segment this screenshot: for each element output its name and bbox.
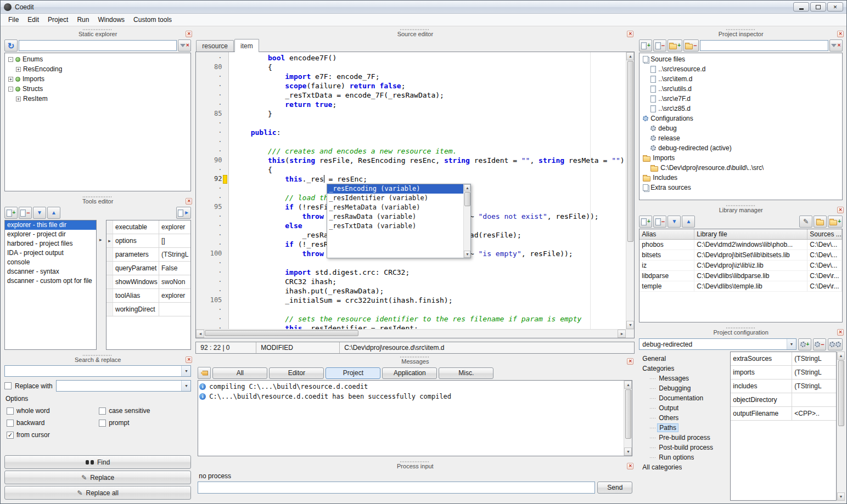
category-item-documentation[interactable]: Documentation (640, 393, 730, 403)
scrollbar-thumb[interactable] (627, 61, 633, 242)
prop-value[interactable]: (TStringL (792, 366, 836, 379)
unchecked-checkbox[interactable] (7, 407, 14, 415)
project-item-debug-redirected-active[interactable]: debug-redirected (active) (641, 143, 841, 153)
remove-tool-button[interactable]: − (19, 207, 32, 219)
project-item-src-e7f-d[interactable]: ..\src\e7F.d (641, 94, 841, 104)
prop-value[interactable] (792, 393, 836, 406)
prop-value[interactable]: explorer (159, 289, 190, 302)
open-library-file-button[interactable] (814, 216, 827, 228)
completion-item-resmetadata-variable[interactable]: _resMetaData (variable) (327, 203, 463, 212)
completion-item-restxtdata-variable[interactable]: _resTxtData (variable) (327, 222, 463, 231)
column-header-alias[interactable]: Alias (640, 229, 694, 239)
tool-item-ida-project-output[interactable]: IDA - project output (5, 248, 96, 258)
column-header-library-file[interactable]: Library file (694, 229, 807, 239)
category-item-others[interactable]: Others (640, 413, 730, 423)
editor-vertical-scrollbar[interactable]: ▲ ▼ (626, 52, 634, 329)
config-prop-row[interactable]: outputFilename<CPP>.. (731, 407, 836, 421)
project-item-imports[interactable]: Imports (641, 153, 841, 163)
prop-value[interactable]: False (159, 262, 190, 275)
expand-icon[interactable]: + (8, 77, 13, 82)
prop-value[interactable]: (TStringL (159, 248, 190, 261)
project-item-extra-sources[interactable]: Extra sources (641, 183, 841, 192)
configuration-scrollbar[interactable]: ▲ ▼ (837, 352, 845, 501)
replace-with-checkbox[interactable] (4, 382, 12, 389)
library-row-bitsets[interactable]: bitsetsC:\Dev\dproj\bitSet\lib\bitsets.l… (640, 250, 842, 261)
chevron-down-icon[interactable]: ▼ (181, 366, 190, 376)
filter-button[interactable]: ✕ (829, 39, 843, 52)
category-item-categories[interactable]: Categories (640, 364, 730, 373)
tab-item[interactable]: item (234, 39, 259, 52)
unchecked-checkbox[interactable] (7, 420, 14, 427)
menu-edit[interactable]: Edit (23, 14, 43, 25)
filter-all-button[interactable]: All (212, 367, 267, 379)
add-source-button[interactable]: + (639, 39, 652, 52)
tool-item-explorer-project-dir[interactable]: explorer - project dir (5, 230, 96, 239)
remove-configuration-button[interactable]: − (813, 338, 826, 350)
find-button[interactable]: Find (4, 455, 191, 469)
refresh-button[interactable]: ↻ (4, 39, 18, 52)
column-header-sources[interactable]: Sources ... (807, 229, 842, 239)
add-library-button[interactable]: + (639, 216, 652, 228)
project-item-release[interactable]: release (641, 133, 841, 143)
add-configuration-button[interactable]: + (798, 338, 811, 350)
prop-value[interactable] (159, 303, 190, 316)
unchecked-checkbox[interactable] (99, 420, 106, 427)
symbol-item-enums[interactable]: -Enums (6, 54, 189, 64)
add-tool-button[interactable]: + (4, 207, 18, 219)
filter-application-button[interactable]: Application (382, 367, 437, 379)
edit-library-button[interactable]: ✎ (799, 216, 812, 228)
scrollbar-thumb[interactable] (205, 330, 358, 336)
scroll-up-arrow[interactable]: ▲ (624, 381, 632, 389)
inspector-search-input[interactable] (700, 40, 828, 51)
collapse-icon[interactable]: - (8, 57, 13, 62)
symbol-item-resitem[interactable]: +ResItem (6, 94, 189, 104)
prop-value[interactable]: (TStringL (792, 352, 836, 365)
category-item-debugging[interactable]: Debugging (640, 383, 730, 393)
project-item-c-dev-dproj-resource-d-build-src[interactable]: C:\Dev\dproj\resource.d\build\..\src\ (641, 163, 841, 173)
close-panel-icon[interactable]: ✕ (627, 31, 633, 37)
expand-icon[interactable]: + (16, 97, 21, 101)
project-item-debug[interactable]: debug (641, 123, 841, 133)
search-term-combo[interactable]: ▼ (4, 365, 191, 377)
project-item-configurations[interactable]: Configurations (641, 114, 841, 123)
message-row[interactable]: icompiling C:\...\build\resource.d.coedi… (199, 382, 622, 392)
tool-item-harbored-project-files[interactable]: harbored - project files (5, 239, 96, 248)
scrollbar-thumb[interactable] (464, 192, 470, 206)
send-button[interactable]: Send (597, 482, 632, 494)
message-row[interactable]: iC:\...\build\resource.d.coedit has been… (199, 392, 622, 401)
editor-viewport[interactable]: ·80····85····90·92··95····100····105··· … (196, 52, 634, 329)
minimize-button[interactable] (793, 2, 809, 12)
prop-value[interactable]: explorer (159, 220, 190, 234)
completion-item-resrawdata-variable[interactable]: _resRawData (variable) (327, 212, 463, 222)
project-item-source-files[interactable]: Source files (641, 54, 841, 64)
category-item-general[interactable]: General (640, 354, 730, 364)
completion-item-residentifier-variable[interactable]: _resIdentifier (variable) (327, 194, 463, 203)
category-item-post-build-process[interactable]: Post-build process (640, 443, 730, 452)
library-row-iz[interactable]: izC:\Dev\dproj\iz\lib\iz.libC:\Dev\... (640, 261, 842, 271)
scroll-up-arrow[interactable]: ▲ (464, 184, 470, 191)
project-item-src-z85-d[interactable]: ..\src\z85.d (641, 104, 841, 114)
replace-all-button[interactable]: ✎Replace all (4, 486, 191, 500)
tool-prop-row[interactable]: queryParametFalse (106, 262, 190, 275)
tool-prop-row[interactable]: toolAliasexplorer (106, 289, 190, 303)
project-item-src-item-d[interactable]: ..\src\item.d (641, 74, 841, 84)
symbol-search-input[interactable] (19, 40, 177, 51)
close-panel-icon[interactable]: ✕ (186, 356, 192, 363)
project-item-includes[interactable]: Includes (641, 173, 841, 183)
scrollbar-thumb[interactable] (625, 389, 631, 439)
prop-value[interactable]: <CPP>.. (792, 407, 836, 420)
configuration-combo[interactable]: debug-redirected ▼ (639, 338, 796, 350)
completion-item-resencoding-variable[interactable]: _resEncoding (variable) (327, 184, 463, 194)
menu-file[interactable]: File (4, 14, 23, 25)
symbol-item-imports[interactable]: +Imports (6, 74, 189, 84)
scroll-left-arrow[interactable]: ◄ (196, 330, 204, 338)
collapse-icon[interactable]: - (8, 87, 13, 92)
menu-project[interactable]: Project (43, 14, 72, 25)
process-input-field[interactable] (198, 482, 595, 494)
tool-item-dscanner-syntax[interactable]: dscanner - syntax (5, 267, 96, 276)
category-item-run-options[interactable]: Run options (640, 452, 730, 462)
remove-source-button[interactable]: − (653, 39, 666, 52)
close-panel-icon[interactable]: ✕ (837, 31, 844, 37)
library-row-phobos[interactable]: phobosC:\Dev\dmd2\windows\lib\phob...C:\… (640, 240, 842, 250)
tool-prop-row[interactable]: ▸options[] (106, 234, 190, 248)
